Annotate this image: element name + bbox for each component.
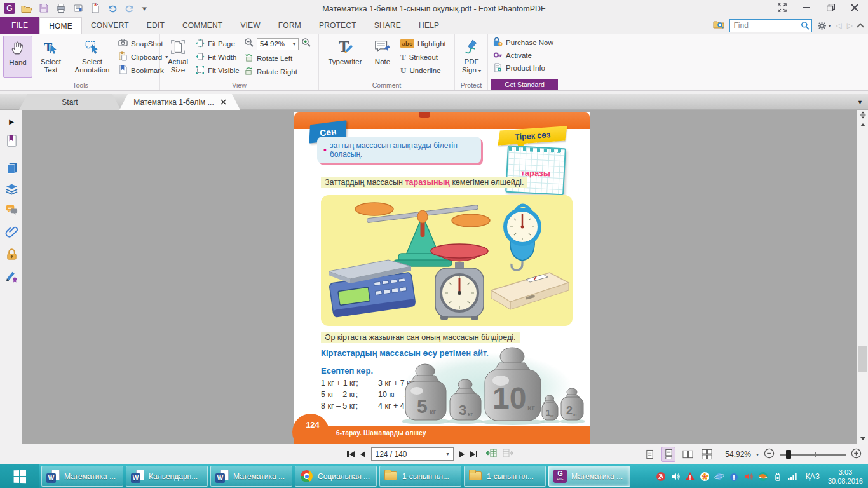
full-screen-button[interactable] [775,2,789,13]
rotate-left-button[interactable]: Rotate Left [244,51,297,65]
tab-view[interactable]: VIEW [231,17,269,34]
network-signal-tray-icon[interactable] [787,471,797,482]
fit-visible-button[interactable]: Fit Visible [196,64,240,77]
zoom-in-icon[interactable] [301,37,311,50]
next-page-button[interactable] [459,451,465,458]
previous-page-button[interactable] [360,451,365,458]
first-page-button[interactable] [347,451,355,458]
tab-edit[interactable]: EDIT [138,17,173,34]
single-page-view-button[interactable] [642,447,656,462]
undo-icon[interactable] [106,2,119,15]
open-file-icon[interactable] [20,2,33,15]
purchase-now-button[interactable]: Purchase Now [493,36,553,49]
find-in-files-icon[interactable] [713,19,724,32]
continuous-view-button[interactable] [661,447,675,462]
select-annotation-button[interactable]: Select Annotation [69,36,116,78]
zoom-out-icon[interactable] [244,37,254,50]
start-button[interactable] [0,464,39,488]
get-standard-button[interactable]: Get Standard [491,79,558,90]
security-panel-icon[interactable] [4,247,19,262]
bookmarks-panel-icon[interactable] [4,133,19,148]
tab-share[interactable]: SHARE [365,17,410,34]
last-page-button[interactable] [470,451,478,458]
zoom-slider[interactable] [780,449,846,459]
strikeout-button[interactable]: T Strikeout [400,50,446,64]
comments-panel-icon[interactable] [4,202,19,217]
zoom-slider-thumb[interactable] [786,450,791,459]
previous-view-button[interactable] [485,448,497,461]
audio-tray-icon[interactable] [743,471,754,482]
taskbar-button-word-2[interactable]: W Кальендарн... [126,466,208,487]
zoom-dropdown-caret-icon[interactable]: ▾ [756,452,759,458]
digital-signatures-panel-icon[interactable] [4,268,19,283]
doc-tab-active[interactable]: Математика 1-бөлім ... [119,94,240,110]
tab-help[interactable]: HELP [410,17,448,34]
zoom-level-combobox[interactable]: 54.92% ▾ [257,38,299,50]
email-icon[interactable] [72,2,85,15]
search-icon[interactable] [801,21,810,32]
tab-form[interactable]: FORM [269,17,310,34]
close-button[interactable] [848,2,862,13]
volume-tray-icon[interactable] [670,471,681,482]
layers-panel-icon[interactable] [4,181,19,196]
save-icon[interactable] [37,2,50,15]
taskbar-button-word-1[interactable]: W Математика ... [41,466,123,487]
document-canvas[interactable]: Сен • заттың массасын анықтауды білетін … [22,110,857,444]
taskbar-button-folder-2[interactable]: 1-сынып пл... [464,466,546,487]
scroll-up-button[interactable] [857,119,868,130]
minimize-button[interactable] [799,2,813,13]
find-options-button[interactable]: ▾ [817,21,831,30]
taskbar-button-foxit-active[interactable]: GPDF Математика ... [548,466,630,487]
fit-page-button[interactable]: Fit Page [196,37,240,50]
select-text-button[interactable]: T Select Text [34,36,67,78]
split-view-handle[interactable] [857,110,868,120]
page-number-combobox[interactable]: 124 / 140 ▾ [371,447,454,461]
tab-home[interactable]: HOME [39,17,82,34]
product-info-button[interactable]: Product Info [493,62,553,74]
clock[interactable]: 3:03 30.08.2016 [828,468,863,485]
scrollbar-thumb[interactable] [858,346,867,372]
zoom-in-button[interactable] [851,448,862,461]
taskbar-button-chrome[interactable]: Социальная ... [295,466,377,487]
zoom-out-button[interactable] [764,448,775,461]
find-input[interactable] [729,19,812,32]
rotate-right-button[interactable]: Rotate Right [244,65,297,78]
tab-convert[interactable]: CONVERT [82,17,138,34]
attachments-panel-icon[interactable] [4,224,19,239]
pages-panel-icon[interactable] [4,160,19,175]
continuous-facing-view-button[interactable] [700,447,714,462]
new-document-icon[interactable]: * [89,2,102,15]
doc-tab-start[interactable]: Start [19,94,121,110]
pdf-sign-button[interactable]: PDF Sign ▾ [457,36,486,78]
vertical-scrollbar[interactable] [857,110,868,444]
print-icon[interactable] [55,2,67,15]
typewriter-button[interactable]: T Typewriter [323,36,367,78]
agent-tray-icon[interactable] [700,471,710,482]
find-next-button[interactable]: ▷ [847,21,853,30]
next-view-button[interactable] [503,448,514,461]
language-indicator[interactable]: ҚАЗ [806,472,820,481]
customize-toolbar-icon[interactable]: —▾ [140,2,148,15]
taskbar-button-word-3[interactable]: W Математика ... [210,466,292,487]
updater-tray-icon[interactable] [729,471,739,482]
expand-panel-icon[interactable]: ▶ [4,114,19,129]
highlight-button[interactable]: abc Highlight [400,37,446,50]
taskbar-button-folder-1[interactable]: 1-сынып пл... [379,466,461,487]
alert-tray-icon[interactable] [685,471,695,482]
tab-protect[interactable]: PROTECT [310,17,365,34]
tab-file[interactable]: FILE [0,17,39,34]
connection-tray-icon[interactable] [758,471,768,482]
hand-tool-button[interactable]: Hand [3,36,32,78]
power-tray-icon[interactable] [773,471,783,482]
find-previous-button[interactable]: ◁ [836,21,842,30]
redo-icon[interactable] [123,2,136,15]
note-button[interactable]: Note [369,36,397,78]
underline-button[interactable]: U Underline [400,64,446,77]
facing-view-button[interactable] [681,447,695,462]
close-tab-icon[interactable] [220,98,226,107]
restore-button[interactable] [824,2,837,13]
collapse-ribbon-icon[interactable] [857,23,864,30]
actual-size-button[interactable]: Actual Size [163,36,193,78]
scroll-down-button[interactable] [857,433,868,444]
planet-tray-icon[interactable] [714,471,724,482]
